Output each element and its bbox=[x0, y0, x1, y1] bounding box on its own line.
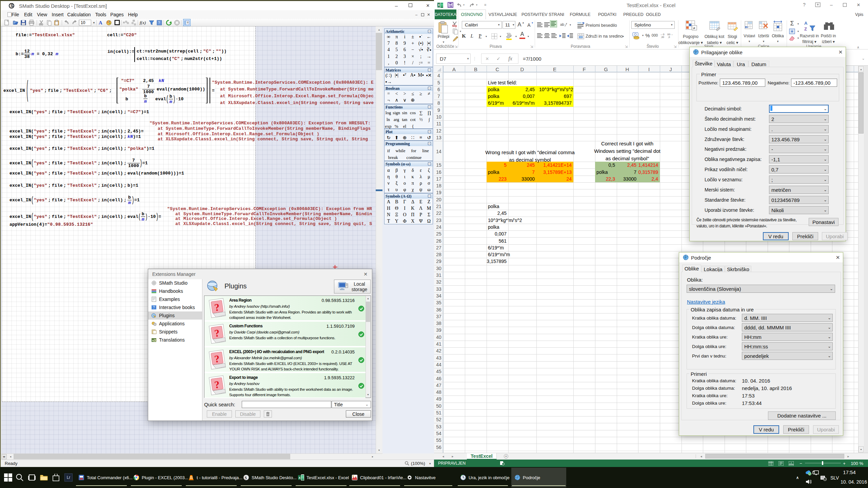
svg-text:X: X bbox=[438, 3, 440, 7]
svg-text:X: X bbox=[299, 476, 301, 480]
svg-text:a文: a文 bbox=[152, 339, 156, 342]
svg-text:?: ? bbox=[158, 21, 160, 25]
svg-text:←0: ←0 bbox=[660, 33, 665, 36]
svg-text:S: S bbox=[245, 475, 247, 480]
svg-text:≠: ≠ bbox=[693, 26, 695, 30]
svg-text:ab: ab bbox=[560, 22, 564, 26]
svg-text:Z: Z bbox=[804, 26, 807, 32]
svg-text:00→: 00→ bbox=[667, 33, 673, 36]
svg-text:A: A bbox=[99, 20, 102, 25]
svg-text:,00: ,00 bbox=[661, 36, 664, 38]
svg-text:A: A bbox=[804, 21, 808, 26]
svg-text:?: ? bbox=[153, 306, 155, 309]
svg-text:,0: ,0 bbox=[668, 36, 670, 38]
